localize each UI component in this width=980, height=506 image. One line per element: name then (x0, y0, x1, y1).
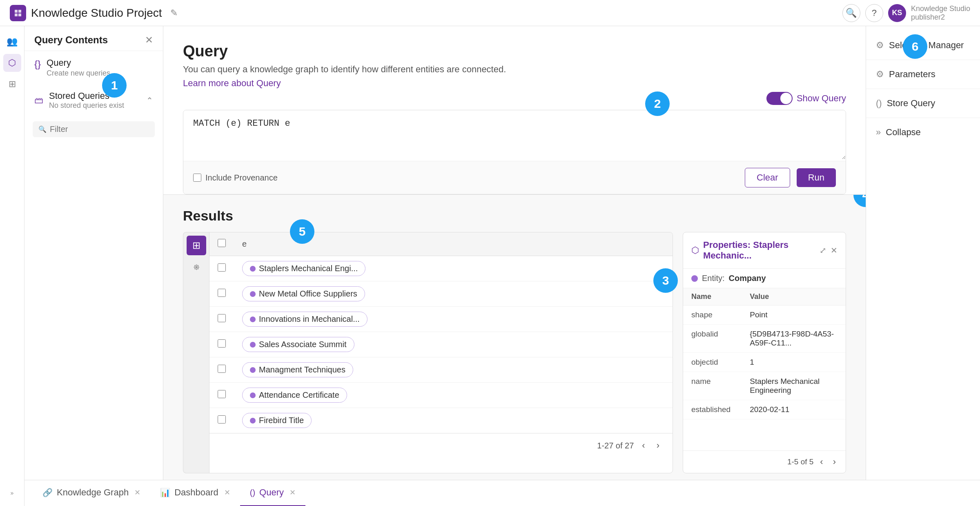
row-checkbox[interactable] (218, 314, 226, 322)
row-checkbox[interactable] (218, 339, 226, 348)
user-info: Knowledge Studio publisher2 (911, 4, 970, 22)
right-divider-3 (866, 118, 980, 118)
query-toggle-row: Show Query (183, 92, 846, 105)
props-cell-name: established (691, 405, 750, 414)
props-next-page[interactable]: › (830, 455, 839, 469)
results-next-page[interactable]: › (653, 439, 663, 453)
tab-query-icon: () (250, 488, 255, 497)
stored-queries-chevron[interactable]: ⌃ (146, 96, 153, 105)
row-checkbox[interactable] (218, 365, 226, 373)
props-row: established 2020-02-11 (683, 400, 846, 419)
include-provenance-label[interactable]: Include Provenance (193, 173, 278, 183)
table-row[interactable]: Sales Associate Summit (209, 332, 673, 357)
entity-chip[interactable]: Firebird Title (242, 413, 312, 428)
query-editor[interactable]: MATCH (e) RETURN e (183, 110, 846, 159)
graph-view-button[interactable]: ⎈ (187, 257, 206, 276)
entity-chip[interactable]: Managment Techniques (242, 362, 353, 377)
left-panel-header: Query Contents ✕ (24, 26, 163, 51)
table-row[interactable]: Innovations in Mechanical... (209, 307, 673, 332)
results-table-wrap: e Staplers Mechanical Engi... New Metal … (209, 232, 673, 473)
main-content: Query You can query a knowledge graph to… (163, 26, 866, 506)
props-cell-name: shape (691, 310, 750, 319)
props-col-value: Value (750, 292, 837, 301)
table-row[interactable]: Managment Techniques (209, 357, 673, 383)
toggle-switch[interactable] (766, 92, 793, 105)
entity-chip[interactable]: Staplers Mechanical Engi... (242, 261, 365, 276)
sidebar-icon-grid[interactable]: ⊞ (3, 75, 21, 93)
results-prev-page[interactable]: ‹ (639, 439, 648, 453)
right-item-collapse[interactable]: » Collapse (866, 120, 980, 145)
row-checkbox[interactable] (218, 263, 226, 272)
table-row[interactable]: Firebird Title (209, 408, 673, 433)
edit-title-icon[interactable]: ✎ (170, 8, 178, 18)
props-pagination: 1-5 of 5 ‹ › (683, 450, 846, 473)
tab-dashboard-close[interactable]: ✕ (224, 488, 230, 497)
entity-chip[interactable]: Attendance Certificate (242, 388, 347, 403)
sidebar-icon-layers[interactable]: ⬡ (3, 54, 21, 72)
run-button[interactable]: Run (797, 168, 836, 187)
filter-input[interactable] (50, 125, 153, 134)
store-query-icon: () (876, 98, 882, 109)
props-row: objectid 1 (683, 353, 846, 372)
props-cell-value: 2020-02-11 (750, 405, 837, 414)
tab-knowledge-graph[interactable]: 🔗 Knowledge Graph ✕ (33, 480, 150, 506)
props-prev-page[interactable]: ‹ (817, 455, 826, 469)
props-table-header: Name Value (683, 288, 846, 305)
col-header-e: e (234, 232, 673, 256)
avatar: KS (888, 4, 906, 22)
props-close-button[interactable]: ✕ (831, 245, 837, 255)
row-checkbox[interactable] (218, 415, 226, 424)
tab-dashboard[interactable]: 📊 Dashboard ✕ (150, 480, 240, 506)
sidebar-icon-users[interactable]: 👥 (3, 33, 21, 51)
filter-input-wrap: 🔍 (33, 121, 155, 137)
toggle-knob (780, 93, 792, 104)
tab-knowledge-graph-icon: 🔗 (42, 488, 53, 497)
entity-type: Company (729, 274, 766, 283)
entity-chip-dot (250, 367, 256, 373)
props-row: name Staplers Mechanical Engineering (683, 372, 846, 400)
tab-query-close[interactable]: ✕ (290, 488, 296, 497)
right-panel: 6 ⚙ Selection Manager ⚙ Parameters () St… (866, 26, 980, 506)
select-all-checkbox[interactable] (218, 239, 226, 247)
right-item-store-query[interactable]: () Store Query (866, 91, 980, 116)
query-learn-more-link[interactable]: Learn more about Query (183, 78, 281, 88)
stored-queries-header[interactable]: 🗃 Stored Queries No stored queries exist… (24, 84, 163, 116)
entity-chip-dot (250, 418, 256, 424)
table-row[interactable]: Attendance Certificate (209, 383, 673, 408)
entity-chip[interactable]: New Metal Office Suppliers (242, 286, 365, 301)
table-view-button[interactable]: ⊞ (187, 236, 206, 255)
row-checkbox[interactable] (218, 289, 226, 297)
row-checkbox[interactable] (218, 390, 226, 398)
entity-chip[interactable]: Sales Associate Summit (242, 337, 354, 352)
filter-box: 🔍 (24, 116, 163, 142)
nav-item-query[interactable]: {} Query Create new queries (24, 51, 163, 84)
close-panel-button[interactable]: ✕ (145, 34, 153, 46)
props-cell-name: objectid (691, 358, 750, 367)
clear-button[interactable]: Clear (745, 168, 790, 187)
results-pagination: 1-27 of 27 ‹ › (209, 433, 673, 457)
query-area: Query You can query a knowledge graph to… (163, 26, 866, 195)
entity-chip[interactable]: Innovations in Mechanical... (242, 312, 368, 327)
help-button[interactable]: ? (865, 4, 883, 22)
expand-sidebar-btn[interactable]: » (7, 486, 17, 499)
right-item-selection-manager[interactable]: ⚙ Selection Manager (866, 33, 980, 58)
show-query-toggle[interactable]: Show Query (766, 92, 846, 105)
search-button[interactable]: 🔍 (842, 4, 860, 22)
tab-dashboard-icon: 📊 (160, 488, 170, 497)
tab-query[interactable]: () Query ✕ (240, 480, 305, 506)
props-expand-button[interactable]: ⤢ (820, 245, 826, 255)
props-cell-name: name (691, 377, 750, 395)
parameters-icon: ⚙ (876, 69, 884, 80)
tab-knowledge-graph-close[interactable]: ✕ (134, 488, 140, 497)
props-cell-value: Staplers Mechanical Engineering (750, 377, 837, 395)
table-row[interactable]: New Metal Office Suppliers (209, 281, 673, 307)
right-item-parameters[interactable]: ⚙ Parameters (866, 62, 980, 87)
entity-label: Entity: (702, 274, 725, 283)
include-provenance-checkbox[interactable] (193, 174, 201, 182)
entity-chip-dot (250, 317, 256, 322)
query-description: You can query a knowledge graph to ident… (183, 64, 846, 75)
query-editor-wrap: MATCH (e) RETURN e Include Provenance Cl… (183, 110, 846, 194)
props-cell-value: Point (750, 310, 837, 319)
entity-dot (691, 275, 698, 282)
table-row[interactable]: Staplers Mechanical Engi... (209, 256, 673, 281)
